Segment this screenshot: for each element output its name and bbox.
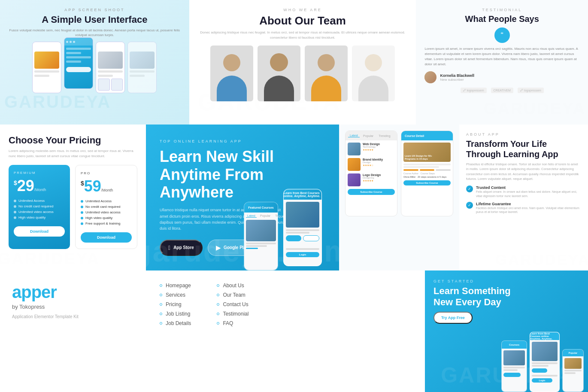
panel-about-team: GARUDEYA WHO WE ARE About Our Team Donec… (189, 0, 416, 125)
course-phone-header: Latest Popular Trending (346, 131, 397, 140)
logo-2: CREATIVEM (491, 88, 513, 93)
pro-amount: $ 59 /Month (81, 179, 132, 194)
course-detail-sub: Course Author Course Steps (403, 172, 451, 175)
stars-1: ★★★★★ (363, 148, 395, 151)
learn-design-title: Learn UX Design for 50+Programs in 15 da… (405, 155, 449, 161)
premium-features: Unlimited Access No credit card required… (14, 198, 65, 220)
premium-amount: $ 29 /Month (14, 178, 65, 194)
pro-price: 59 (84, 179, 101, 194)
about-app-desc: Phasellus id efficitur tristique ornare.… (466, 162, 581, 181)
panel-pricing: GARUDEYA Choose Your Pricing Lorem adipi… (0, 125, 146, 270)
course-name-3: Logo Design (363, 173, 395, 176)
footer-nav-pricing[interactable]: Pricing (160, 301, 191, 307)
pro-download-btn[interactable]: Download (81, 232, 132, 243)
footer-nav-job-details[interactable]: Job Details (160, 320, 191, 326)
watermark3: GARUDEYA (484, 100, 586, 118)
check-icon-1: ✓ (468, 187, 471, 191)
footer-nav-homepage[interactable]: Homepage (160, 283, 191, 289)
logo-3: 🖉 logopressem (518, 88, 544, 93)
subscribe-course-btn-2[interactable]: Subscribe Course (416, 182, 438, 184)
get-started-sub: GET STARTED (433, 279, 579, 283)
quote-mark: “ (501, 31, 503, 39)
premium-period: /Month (34, 188, 46, 192)
gs-login-btn[interactable]: Login (539, 379, 546, 382)
reviewer: Kornelia Blackwell New subscriber (424, 71, 579, 83)
premium-feature-4: High video quality (14, 215, 65, 220)
feature-check-2: ✓ (466, 202, 473, 209)
pro-feature-5: Free support & training (81, 221, 132, 226)
phone-mock-3 (96, 42, 125, 93)
logo-row: 🖉 logopressem CREATIVEM 🖉 logopressem (424, 88, 579, 93)
appstore-btn[interactable]:  App Store (160, 240, 203, 256)
footer-nav-col-2: About Us Our Team Contact Us Testimonial… (217, 283, 249, 380)
nav-contact-us-label: Contact Us (223, 301, 248, 307)
course-info-2: Brand Identity Design ★★★★☆ (363, 158, 395, 171)
premium-feature-3: Unlimited video access (14, 209, 65, 215)
footer-nav-testimonial[interactable]: Testimonial (217, 311, 249, 317)
footer-nav-contact-us[interactable]: Contact Us (217, 301, 249, 307)
nav-pricing-label: Pricing (166, 301, 182, 307)
about-team-desc: Donec adipiscing tristique risus nec feu… (200, 30, 406, 40)
pricing-desc: Lorem adipiscing molestie-sem risus. In … (9, 149, 137, 159)
pricing-card-premium: PREMIUM $ 29 /Month Unlimited Access No … (9, 165, 70, 249)
team-photo-1 (210, 46, 253, 101)
try-app-free-btn[interactable]: Try App Free (433, 312, 473, 324)
nav-our-team-label: Our Team (223, 292, 245, 298)
pro-label: PRO (81, 171, 132, 175)
gs-phone-main: Learn from Best Courses online. Anytime,… (530, 332, 560, 392)
nav-about-us-label: About Us (223, 283, 244, 289)
course-item-1: Web Design Technology ★★★★★ (348, 143, 395, 155)
footer-nav-our-team[interactable]: Our Team (217, 292, 249, 298)
pro-feature-3: Unlimited video access (81, 210, 132, 215)
subscribe-course-btn[interactable]: Subscribe Course (360, 191, 382, 193)
try-btn-label: Try App Free (441, 316, 465, 320)
stars-2: ★★★★☆ (363, 164, 395, 167)
hero-phone-front-label: Learn from Best Courses online. Anytime,… (284, 191, 321, 198)
pro-feature-4: High video quality (81, 215, 132, 221)
nav-dot-5 (160, 322, 162, 325)
feature-2: ✓ Lifetime Guarantee Facilisis dictum tr… (466, 202, 581, 215)
course-info-3: Logo Design Designing ★★★★★ (363, 173, 395, 186)
check-icon-2: ✓ (468, 203, 471, 207)
app-screen-sub: APP SCREEN SHOOT (9, 8, 181, 12)
testimonial-sub: TESTIMONIAL (424, 8, 579, 12)
team-photo-2 (258, 46, 300, 101)
nav-dot-9 (217, 313, 219, 315)
premium-price: 29 (17, 178, 34, 194)
about-team-title: About Our Team (200, 14, 406, 27)
course-name-1: Web Design (363, 143, 395, 146)
app-screen-desc: Fusce volutpat molestie sem, nec feugiat… (9, 28, 181, 37)
footer-nav-faq[interactable]: FAQ (217, 320, 249, 326)
reviewer-info: Kornelia Blackwell New subscriber (440, 73, 474, 82)
nav-testimonial-label: Testimonial (223, 311, 249, 317)
testimonial-title: What People Says (424, 14, 579, 24)
course-detail-label: Course Detail (405, 134, 424, 137)
nav-dot-10 (217, 322, 219, 325)
feature-2-desc: Facilisis dictum tristique orci amet ero… (476, 206, 581, 215)
footer-nav-services[interactable]: Services (160, 292, 191, 298)
nav-dot-3 (160, 303, 162, 306)
phone-mock-1 (32, 42, 61, 93)
feature-2-content: Lifetime Guarantee Facilisis dictum tris… (476, 202, 581, 215)
about-app-title: Transform Your Life Through Learning App (466, 139, 581, 159)
reviewer-role: New subscriber (440, 78, 474, 82)
feature-2-title: Lifetime Guarantee (476, 202, 581, 206)
footer-nav-job-listing[interactable]: Job Listing (160, 311, 191, 317)
gs-phone-right: Popular (562, 349, 584, 392)
course-phones: Latest Popular Trending Web Design Techn… (345, 131, 453, 216)
appstore-label: App Store (173, 245, 194, 250)
panel-about-app: GARUDEYA ABOUT APP Transform Your Life T… (459, 125, 588, 270)
premium-download-btn[interactable]: Download (14, 226, 65, 237)
course-detail-info: Olivia Miller 20 steps sessions in 5 day… (403, 176, 451, 178)
brand-by: by Tokopress (12, 304, 134, 310)
pro-feature-2: No credit card required (81, 204, 132, 210)
course-name-2: Brand Identity (363, 158, 395, 161)
course-info-1: Web Design Technology ★★★★★ (363, 143, 395, 155)
course-tab-popular: Popular (361, 134, 375, 137)
get-started-phones: Courses Learn from Best Courses online. … (501, 332, 584, 392)
premium-feature-1: Unlimited Access (14, 198, 65, 204)
nav-dot-2 (160, 294, 162, 296)
hero-sub: TOP ONLINE LEARNING APP (160, 139, 325, 143)
footer-nav-about-us[interactable]: About Us (217, 283, 249, 289)
gs-phone-right-label: Popular (569, 352, 577, 354)
